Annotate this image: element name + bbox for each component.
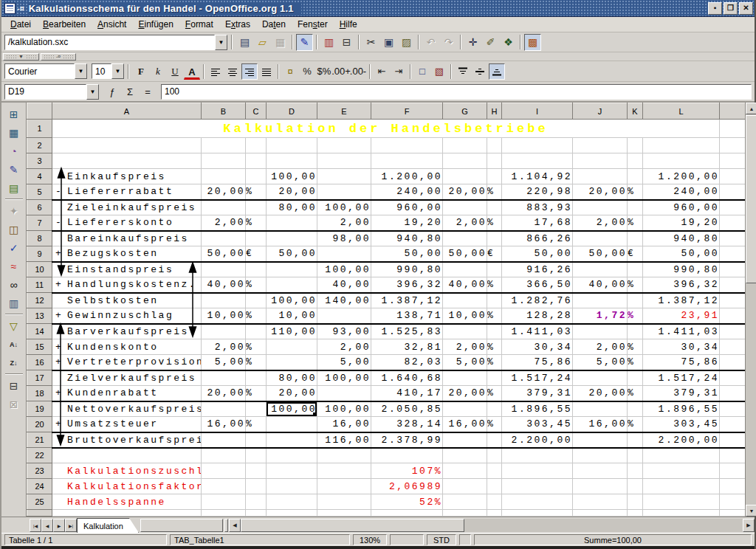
row-header-5[interactable]: 5: [27, 184, 52, 200]
cell-H18[interactable]: %: [487, 386, 502, 401]
column-header-H[interactable]: H: [487, 103, 502, 120]
cell-H2[interactable]: [487, 138, 502, 153]
column-header-I[interactable]: I: [502, 103, 573, 120]
cell-D23[interactable]: [267, 463, 317, 479]
cell-I11[interactable]: 366,50: [502, 277, 573, 293]
cell-I18[interactable]: 379,31: [502, 386, 573, 401]
cell-I2[interactable]: [502, 138, 573, 153]
cell-H12[interactable]: [487, 293, 502, 308]
print-icon[interactable]: ⊟: [338, 34, 355, 51]
next-sheet-icon[interactable]: ▶: [53, 519, 65, 532]
equals-icon[interactable]: =: [140, 83, 156, 100]
scroll-down-icon[interactable]: ▼: [746, 505, 756, 517]
cell-G15[interactable]: 2,00: [443, 339, 487, 355]
group-icon[interactable]: ⊟: [4, 376, 24, 395]
cell-C14[interactable]: [246, 324, 267, 339]
cell-M9[interactable]: [720, 246, 746, 262]
cell-D22[interactable]: [267, 448, 317, 463]
cell-K10[interactable]: [628, 262, 643, 277]
number-currency-icon[interactable]: ¤: [282, 63, 298, 80]
cell-F21[interactable]: 2.378,99: [371, 432, 443, 448]
cell-D8[interactable]: [267, 231, 317, 246]
cell-C7[interactable]: %: [246, 215, 267, 231]
sheet-tab-kalkulation[interactable]: Kalkulation: [77, 518, 139, 533]
cell-F20[interactable]: 328,14: [371, 417, 443, 432]
cell-E15[interactable]: 2,00: [317, 339, 371, 355]
cell-C19[interactable]: [246, 401, 267, 417]
cell-E12[interactable]: 140,00: [317, 293, 371, 308]
cell-G4[interactable]: [443, 169, 487, 184]
cell-F22[interactable]: [371, 448, 443, 463]
cell-J5[interactable]: 20,00: [573, 184, 628, 200]
hyperlink-dialog-icon[interactable]: ❖: [500, 34, 517, 51]
cell-J17[interactable]: [573, 370, 628, 386]
close-button[interactable]: ✕: [739, 2, 753, 15]
cell-L9[interactable]: 50,00: [643, 246, 720, 262]
number-percent-icon[interactable]: %: [299, 63, 315, 80]
row-header-7[interactable]: 7: [27, 215, 52, 231]
row-header-24[interactable]: 24: [27, 479, 52, 494]
cell-I17[interactable]: 1.517,24: [502, 370, 573, 386]
cell-K3[interactable]: [628, 153, 643, 169]
cell-M14[interactable]: [720, 324, 746, 339]
cell-B21[interactable]: [202, 432, 246, 448]
cell-J19[interactable]: [573, 401, 628, 417]
cell-I6[interactable]: 883,93: [502, 200, 573, 215]
cell-L24[interactable]: [643, 479, 720, 494]
cell-J12[interactable]: [573, 293, 628, 308]
cell-F6[interactable]: 960,00: [371, 200, 443, 215]
cell-L13[interactable]: 23,91: [643, 308, 720, 324]
cell-C4[interactable]: [246, 169, 267, 184]
cell-F8[interactable]: 940,80: [371, 231, 443, 246]
cell-G25[interactable]: [443, 494, 487, 510]
choose-themes-icon[interactable]: ◫: [4, 220, 24, 238]
cell-G24[interactable]: [443, 479, 487, 494]
sort-ascending-icon[interactable]: A↓: [4, 335, 24, 353]
cell-J21[interactable]: [573, 432, 628, 448]
cell-C8[interactable]: [246, 231, 267, 246]
cell-A22[interactable]: [52, 448, 202, 463]
underline-icon[interactable]: U: [167, 63, 183, 80]
cell-I4[interactable]: 1.104,92: [502, 169, 573, 184]
print-file-direct-icon[interactable]: ▥: [320, 34, 337, 51]
previous-sheet-icon[interactable]: ◀: [41, 519, 53, 532]
cell-D3[interactable]: [267, 153, 317, 169]
collapsed-toolbar-pin[interactable]: -¤: [41, 53, 76, 61]
row-header-14[interactable]: 14: [27, 324, 52, 339]
column-header-A[interactable]: A: [52, 103, 202, 120]
horizontal-scroll-track[interactable]: [464, 519, 743, 532]
cell[interactable]: [720, 510, 746, 517]
cell-K19[interactable]: [628, 401, 643, 417]
cell-B14[interactable]: [202, 324, 246, 339]
cell-K18[interactable]: %: [628, 386, 643, 401]
cell-L6[interactable]: 960,00: [643, 200, 720, 215]
formula-input[interactable]: 100: [161, 84, 752, 100]
cell-G7[interactable]: 2,00: [443, 215, 487, 231]
cell-B15[interactable]: 2,00: [202, 339, 246, 355]
cell-I23[interactable]: [502, 463, 573, 479]
cell-E21[interactable]: 116,00: [317, 432, 371, 448]
cell-G13[interactable]: 10,00: [443, 308, 487, 324]
cell-J9[interactable]: 50,00: [573, 246, 628, 262]
cell-J23[interactable]: [573, 463, 628, 479]
cell-I15[interactable]: 30,34: [502, 339, 573, 355]
name-box-dropdown-icon[interactable]: ▼: [86, 84, 99, 100]
cell-H9[interactable]: €: [487, 246, 502, 262]
cell-F25[interactable]: 52%: [371, 494, 443, 510]
row-header-12[interactable]: 12: [27, 293, 52, 308]
cell-I3[interactable]: Rückwärts: [502, 153, 573, 169]
cell-L23[interactable]: [643, 463, 720, 479]
cell-F19[interactable]: 2.050,85: [371, 401, 443, 417]
cell-D2[interactable]: [267, 138, 317, 153]
cell-C20[interactable]: %: [246, 417, 267, 432]
cell-B17[interactable]: [202, 370, 246, 386]
minimize-button[interactable]: ▪: [708, 2, 722, 15]
cell[interactable]: [267, 510, 317, 517]
cell[interactable]: [573, 510, 628, 517]
cell-M21[interactable]: [720, 432, 746, 448]
cell-J25[interactable]: [573, 494, 628, 510]
font-size-value[interactable]: 10: [92, 63, 111, 79]
cell-reference[interactable]: D19: [4, 84, 86, 100]
cell-I9[interactable]: 50,00: [502, 246, 573, 262]
cell-J8[interactable]: [573, 231, 628, 246]
